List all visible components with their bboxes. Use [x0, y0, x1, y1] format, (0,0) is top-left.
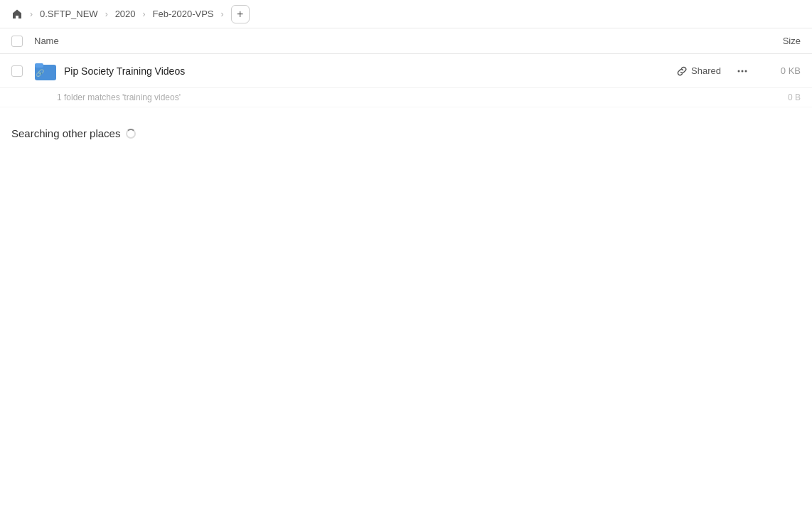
more-dots-icon — [737, 65, 748, 77]
breadcrumb-sep-1: › — [30, 9, 33, 19]
svg-point-6 — [745, 70, 747, 72]
file-size-pip: 0 KB — [758, 65, 801, 76]
searching-section: Searching other places — [0, 107, 812, 146]
header-checkbox-box[interactable] — [11, 36, 23, 47]
breadcrumb-2020[interactable]: 2020 — [112, 7, 139, 21]
svg-rect-2 — [35, 63, 43, 68]
folder-svg: 🔗 — [35, 62, 56, 80]
file-name-pip: Pip Society Training Videos — [64, 65, 677, 77]
home-button[interactable] — [9, 6, 26, 23]
svg-text:🔗: 🔗 — [36, 68, 45, 78]
breadcrumb-sftp[interactable]: 0.SFTP_NEW — [37, 7, 101, 21]
file-shared-pip: Shared — [677, 65, 721, 76]
breadcrumb-feb2020[interactable]: Feb-2020-VPS — [150, 7, 217, 21]
add-tab-button[interactable]: + — [231, 5, 250, 23]
shared-label: Shared — [691, 65, 721, 76]
file-row-pip-society[interactable]: 🔗 Pip Society Training Videos Shared 0 K… — [0, 54, 812, 88]
svg-point-5 — [742, 70, 744, 72]
match-count-text: 1 folder matches 'training videos' — [57, 92, 181, 102]
link-icon — [677, 66, 687, 76]
breadcrumb-bar: › 0.SFTP_NEW › 2020 › Feb-2020-VPS › + — [0, 0, 812, 28]
svg-point-4 — [738, 70, 740, 72]
breadcrumb-sep-2: › — [105, 9, 108, 19]
column-name-header: Name — [34, 36, 744, 46]
loading-spinner — [126, 129, 136, 139]
match-count-row: 1 folder matches 'training videos' 0 B — [0, 88, 812, 107]
breadcrumb-sep-4: › — [221, 9, 224, 19]
searching-title-text: Searching other places — [11, 127, 120, 139]
more-options-button[interactable] — [732, 61, 752, 81]
searching-title: Searching other places — [11, 127, 801, 139]
column-size-header: Size — [744, 36, 801, 46]
match-size-text: 0 B — [788, 92, 801, 102]
folder-icon-pip: 🔗 — [34, 60, 57, 82]
header-checkbox[interactable] — [11, 36, 28, 47]
file-checkbox-pip[interactable] — [11, 65, 28, 77]
checkbox-box-pip[interactable] — [11, 65, 23, 77]
breadcrumb-sep-3: › — [143, 9, 146, 19]
column-header: Name Size — [0, 28, 812, 54]
